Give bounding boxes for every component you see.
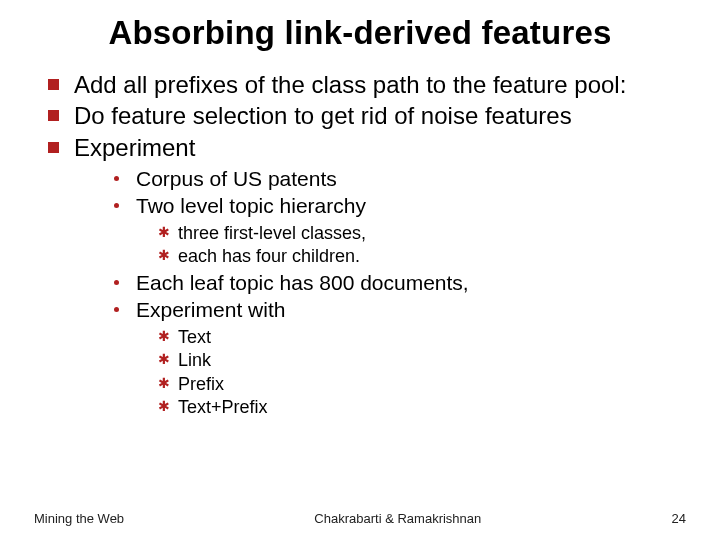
bullet-l1-item: Experiment Corpus of US patents Two leve…: [46, 133, 682, 420]
bullet-l2-text: Experiment with: [136, 298, 285, 321]
bullet-list-level1: Add all prefixes of the class path to th…: [38, 70, 682, 420]
bullet-l2-item: Experiment with Text Link Prefix Text+Pr…: [114, 297, 682, 419]
bullet-l1-text: Add all prefixes of the class path to th…: [74, 71, 626, 98]
bullet-l1-item: Do feature selection to get rid of noise…: [46, 101, 682, 130]
slide-title: Absorbing link-derived features: [38, 14, 682, 52]
bullet-l1-item: Add all prefixes of the class path to th…: [46, 70, 682, 99]
bullet-l3-item: each has four children.: [158, 245, 682, 268]
bullet-l2-item: Corpus of US patents: [114, 166, 682, 193]
bullet-l2-text: Each leaf topic has 800 documents,: [136, 271, 469, 294]
bullet-l3-item: Link: [158, 349, 682, 372]
footer-page-number: 24: [672, 511, 686, 526]
bullet-l3-text: Text+Prefix: [178, 397, 268, 417]
bullet-list-level3: Text Link Prefix Text+Prefix: [136, 326, 682, 420]
bullet-l2-text: Two level topic hierarchy: [136, 194, 366, 217]
bullet-l3-text: Text: [178, 327, 211, 347]
bullet-l3-text: Prefix: [178, 374, 224, 394]
bullet-l2-text: Corpus of US patents: [136, 167, 337, 190]
slide-footer: Mining the Web Chakrabarti & Ramakrishna…: [0, 511, 720, 526]
bullet-list-level3: three first-level classes, each has four…: [136, 222, 682, 269]
bullet-l2-item: Two level topic hierarchy three first-le…: [114, 193, 682, 269]
bullet-list-level2: Corpus of US patents Two level topic hie…: [74, 166, 682, 420]
bullet-l3-text: each has four children.: [178, 246, 360, 266]
bullet-l3-text: three first-level classes,: [178, 223, 366, 243]
bullet-l2-item: Each leaf topic has 800 documents,: [114, 270, 682, 297]
bullet-l3-item: Text: [158, 326, 682, 349]
slide: Absorbing link-derived features Add all …: [0, 0, 720, 540]
bullet-l3-text: Link: [178, 350, 211, 370]
footer-left: Mining the Web: [34, 511, 124, 526]
bullet-l1-text: Do feature selection to get rid of noise…: [74, 102, 572, 129]
bullet-l1-text: Experiment: [74, 134, 195, 161]
bullet-l3-item: Text+Prefix: [158, 396, 682, 419]
footer-center: Chakrabarti & Ramakrishnan: [124, 511, 671, 526]
bullet-l3-item: three first-level classes,: [158, 222, 682, 245]
bullet-l3-item: Prefix: [158, 373, 682, 396]
